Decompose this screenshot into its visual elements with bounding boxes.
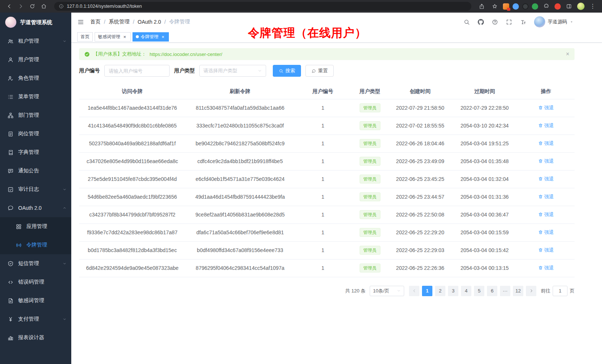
sidebar-item-label: 支付管理 — [18, 316, 62, 322]
extension-icon-5[interactable] — [554, 3, 561, 10]
forward-icon[interactable] — [16, 1, 26, 11]
sidebar-item-oauth2-app[interactable]: 应用管理 — [0, 217, 71, 236]
next-page-button[interactable] — [526, 286, 536, 296]
extension-icon-2[interactable] — [513, 3, 519, 10]
tab-token[interactable]: 令牌管理× — [132, 32, 169, 42]
sidebar-item-pay[interactable]: 支付管理 — [0, 310, 71, 328]
cell-refresh-token: b0df4980ffd34c67a08f9156e4eee733 — [186, 241, 295, 259]
cell-user-id: 1 — [295, 188, 351, 206]
select-caret-icon — [258, 69, 262, 73]
sidebar-item-post[interactable]: 岗位管理 — [0, 125, 71, 143]
trash-icon — [538, 159, 543, 163]
page-button-2[interactable]: 2 — [435, 286, 445, 296]
force-logout-button[interactable]: 强退 — [538, 176, 554, 182]
force-logout-button[interactable]: 强退 — [538, 140, 554, 147]
force-logout-button[interactable]: 强退 — [538, 211, 554, 218]
help-icon[interactable] — [492, 19, 498, 25]
tenant-icon — [7, 38, 14, 44]
tab-sensitive-word[interactable]: 敏感词管理× — [95, 32, 131, 42]
page-button-3[interactable]: 3 — [448, 286, 458, 296]
page-button-6[interactable]: 6 — [487, 286, 497, 296]
sidebar-item-sms[interactable]: 短信管理 — [0, 254, 71, 273]
user-id-input[interactable] — [104, 65, 170, 77]
trash-icon — [538, 194, 543, 199]
site-info-icon[interactable] — [59, 1, 64, 11]
prev-page-button[interactable] — [409, 286, 419, 296]
user-icon — [7, 57, 14, 63]
tab-close-icon[interactable]: × — [122, 34, 127, 39]
kebab-menu-icon[interactable]: ⋮ — [588, 1, 598, 11]
user-type-select[interactable]: 请选择用户类型 — [199, 65, 266, 77]
fullscreen-icon[interactable] — [506, 19, 512, 25]
address-bar[interactable]: 127.0.0.1:1024/system/oauth2/token — [54, 2, 471, 11]
force-logout-button[interactable]: 强退 — [538, 247, 554, 254]
page-button-5[interactable]: 5 — [474, 286, 484, 296]
breadcrumb-item[interactable]: 首页 — [90, 19, 101, 25]
extension-icon-1[interactable] — [503, 3, 509, 10]
search-icon[interactable] — [464, 19, 470, 25]
sidebar-item-error-code[interactable]: 错误码管理 — [0, 273, 71, 291]
sidebar-item-sensitive-word[interactable]: 敏感词管理 — [0, 291, 71, 310]
sidebar-item-dept[interactable]: 部门管理 — [0, 106, 71, 125]
goto-page-input[interactable] — [553, 286, 567, 296]
more-pages-button[interactable]: ··· — [500, 286, 510, 296]
font-size-icon[interactable] — [520, 19, 526, 25]
force-logout-button[interactable]: 强退 — [538, 122, 554, 129]
tab-close-icon[interactable]: × — [160, 34, 166, 39]
force-logout-button[interactable]: 强退 — [538, 105, 554, 111]
cell-expire-time: 2022-07-29 22:28:50 — [452, 99, 518, 117]
table-row: 502375b8040a469a9b82188afdf6af1fbe90422b… — [79, 135, 575, 152]
cell-access-token: 275e5de9151045fe87cbdc395e004f4d — [79, 170, 186, 188]
sidebar-item-oauth2-token[interactable]: 令牌管理 — [0, 236, 71, 254]
page-button-1[interactable]: 1 — [422, 286, 432, 296]
browser-profile-avatar[interactable] — [577, 3, 585, 10]
user-menu[interactable]: 芋道源码 — [534, 16, 573, 27]
home-icon[interactable] — [39, 1, 49, 11]
extensions-puzzle-icon[interactable] — [542, 1, 551, 11]
tab-label: 首页 — [81, 34, 89, 40]
sms-icon — [7, 261, 14, 267]
split-view-icon[interactable] — [564, 1, 574, 11]
sidebar-item-report[interactable]: 报表设计器 — [0, 328, 71, 347]
sidebar-item-audit-log[interactable]: 审计日志 — [0, 180, 71, 199]
page-button-12[interactable]: 12 — [513, 286, 523, 296]
github-icon[interactable] — [478, 19, 484, 25]
breadcrumb-item: OAuth 2.0 — [138, 19, 161, 25]
share-icon[interactable] — [477, 1, 487, 11]
search-button[interactable]: 搜索 — [273, 65, 301, 77]
reload-icon[interactable] — [27, 1, 37, 11]
select-caret-icon — [397, 289, 401, 293]
sidebar-item-tenant[interactable]: 租户管理 — [0, 32, 71, 50]
page-button-4[interactable]: 4 — [461, 286, 471, 296]
tab-home[interactable]: 首页 — [77, 32, 93, 42]
alert-close-icon[interactable]: × — [566, 51, 569, 57]
sidebar-item-label: 敏感词管理 — [18, 297, 67, 304]
doc-link[interactable]: https://doc.iocoder.cn/user-center/ — [150, 52, 222, 57]
back-icon[interactable] — [4, 1, 14, 11]
trash-icon — [538, 123, 543, 128]
page-size-select[interactable]: 10条/页 — [370, 286, 404, 296]
cell-refresh-token: 811c530487574fa0af1a59d3abc1aa66 — [186, 99, 295, 117]
bookmark-star-icon[interactable] — [490, 1, 500, 11]
extension-icon-4[interactable] — [532, 3, 538, 10]
force-logout-button[interactable]: 强退 — [538, 229, 554, 236]
cell-refresh-token: 9ce8ef2aa9f14056b831ae9b608e28d5 — [186, 206, 295, 224]
sidebar-item-dict[interactable]: 字典管理 — [0, 143, 71, 162]
sidebar-item-oauth2[interactable]: OAuth 2.0 — [0, 199, 71, 217]
sidebar-item-menu[interactable]: 菜单管理 — [0, 87, 71, 106]
chevron-up-icon — [62, 206, 67, 210]
app-logo[interactable]: 芋道管理系统 — [0, 13, 71, 32]
force-logout-button[interactable]: 强退 — [538, 193, 554, 200]
force-logout-button[interactable]: 强退 — [538, 265, 554, 271]
logo-avatar — [5, 17, 16, 28]
sidebar-item-notice[interactable]: 通知公告 — [0, 162, 71, 180]
extension-icon-3[interactable] — [522, 3, 529, 10]
cell-created-time: 2022-06-25 22:29:20 — [389, 224, 452, 241]
sidebar-item-role[interactable]: 角色管理 — [0, 69, 71, 87]
breadcrumb-item: 系统管理 — [109, 19, 130, 25]
reset-button[interactable]: 重置 — [305, 65, 334, 77]
force-logout-button[interactable]: 强退 — [538, 158, 554, 165]
total-count: 共 120 条 — [345, 288, 366, 294]
sidebar-item-user[interactable]: 用户管理 — [0, 50, 71, 69]
hamburger-icon[interactable] — [77, 19, 84, 26]
